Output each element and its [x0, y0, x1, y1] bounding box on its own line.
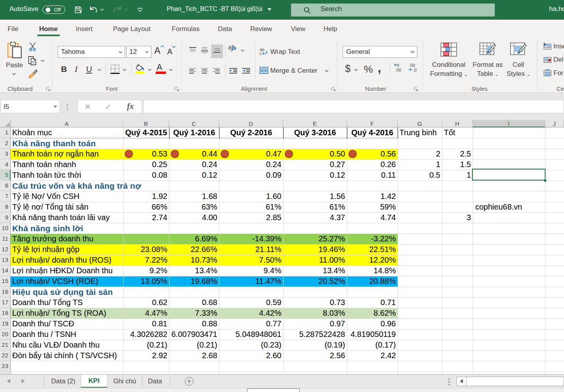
svg-text:c: c — [260, 51, 262, 55]
svg-text:.00: .00 — [409, 63, 415, 68]
svg-text:.0: .0 — [413, 68, 417, 72]
svg-text:.00: .00 — [395, 68, 401, 72]
svg-text:0: 0 — [397, 63, 399, 68]
